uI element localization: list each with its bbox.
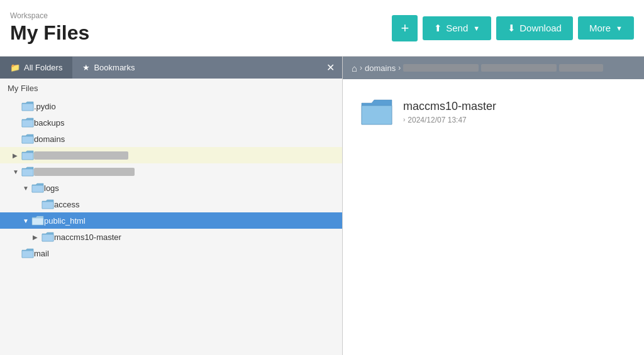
tree-item-public-html[interactable]: ▼ public_html	[0, 212, 342, 229]
send-button[interactable]: ⬆ Send ▼	[423, 16, 491, 40]
download-icon: ⬇	[508, 23, 516, 34]
folder-icon-maccms10	[42, 232, 54, 242]
sidebar-tabs: 📁 All Folders ★ Bookmarks ✕	[0, 57, 342, 79]
send-label: Send	[446, 23, 468, 33]
tree-item-domains-label: domains	[34, 134, 65, 144]
tree-item-domain-sub2[interactable]: ▼	[0, 163, 342, 180]
tree-item-logs-label: logs	[44, 183, 59, 193]
add-button[interactable]: +	[392, 15, 418, 41]
toggle-placeholder	[33, 201, 42, 208]
toggle-collapsed-maccms: ▶	[33, 234, 42, 241]
tab-all-folders-label: All Folders	[24, 63, 62, 72]
tree-item-backups-label: backups	[34, 118, 64, 128]
tree-item-public-html-label: public_html	[44, 216, 86, 226]
tab-bookmarks-label: Bookmarks	[94, 63, 135, 72]
tab-bookmarks[interactable]: ★ Bookmarks	[72, 57, 145, 79]
file-info-maccms10: maccms10-master › 2024/12/07 13:47	[403, 100, 496, 124]
breadcrumb-blurred-3[interactable]	[559, 64, 603, 72]
header: Workspace My Files + ⬆ Send ▼ ⬇ Download…	[0, 0, 644, 57]
tree-item-domain-sub1-label	[34, 151, 128, 160]
download-label: Download	[519, 23, 562, 33]
header-left: Workspace My Files	[10, 11, 89, 45]
folder-icon-domain-sub1	[21, 150, 34, 160]
toggle-expanded-public-html: ▼	[23, 217, 31, 224]
tree-item-maccms10[interactable]: ▶ maccms10-master	[0, 229, 342, 245]
more-label: More	[589, 23, 611, 33]
breadcrumb-bar: ⌂ › domains ›	[343, 57, 644, 79]
folder-icon-public-html	[31, 216, 44, 226]
breadcrumb-sep-2: ›	[398, 63, 401, 72]
tree-item-mail[interactable]: mail	[0, 245, 342, 261]
folder-icon-logs	[31, 183, 44, 193]
tree-item-access-label: access	[54, 200, 79, 209]
sidebar-root-label: My Files	[0, 79, 342, 98]
sidebar: 📁 All Folders ★ Bookmarks ✕ My Files	[0, 57, 343, 355]
page-title: My Files	[10, 21, 89, 45]
upload-icon: ⬆	[434, 23, 442, 34]
breadcrumb-sep-1: ›	[360, 63, 362, 72]
breadcrumb-domains[interactable]: domains	[365, 63, 396, 73]
main-area: 📁 All Folders ★ Bookmarks ✕ My Files	[0, 57, 644, 355]
right-content: maccms10-master › 2024/12/07 13:47	[343, 79, 644, 355]
file-name-maccms10: maccms10-master	[403, 100, 496, 113]
toggle-placeholder	[13, 250, 21, 257]
expand-icon: ›	[403, 116, 405, 123]
tree-item-domain-sub1[interactable]: ▶	[0, 147, 342, 163]
large-folder-icon	[360, 98, 393, 126]
bookmark-icon: ★	[82, 63, 90, 72]
folder-icon-access	[42, 199, 54, 209]
tree-item-mail-label: mail	[34, 249, 49, 258]
download-button[interactable]: ⬇ Download	[496, 16, 573, 40]
file-date: 2024/12/07 13:47	[408, 116, 466, 124]
workspace-label: Workspace	[10, 11, 89, 20]
folder-icon-domain-sub2	[21, 167, 34, 177]
folder-icon-backups	[21, 117, 34, 128]
tree-item-domain-sub2-label	[34, 168, 135, 176]
tree-item-access[interactable]: access	[0, 196, 342, 212]
file-item-maccms10[interactable]: maccms10-master › 2024/12/07 13:47	[355, 92, 631, 132]
header-right: + ⬆ Send ▼ ⬇ Download More ▼	[392, 15, 634, 41]
tree-item-pydio[interactable]: .pydio	[0, 98, 342, 114]
right-panel: ⌂ › domains › maccms10-master	[343, 57, 644, 355]
toggle-expanded-arrow: ▼	[13, 168, 21, 175]
breadcrumb-blurred-1[interactable]	[403, 64, 479, 72]
tab-all-folders[interactable]: 📁 All Folders	[0, 57, 72, 79]
sidebar-tree: My Files .pydio	[0, 79, 342, 355]
more-dropdown-arrow: ▼	[616, 25, 623, 32]
tree-item-backups[interactable]: backups	[0, 114, 342, 131]
breadcrumb-home-icon[interactable]: ⌂	[352, 63, 357, 74]
more-button[interactable]: More ▼	[578, 16, 634, 40]
folder-icon-mail	[21, 248, 34, 258]
folder-tab-icon: 📁	[10, 63, 20, 72]
folder-icon-pydio	[21, 101, 34, 111]
toggle-expanded-logs: ▼	[23, 185, 31, 192]
toggle-placeholder	[13, 136, 21, 143]
breadcrumb-blurred-2[interactable]	[481, 64, 557, 72]
tree-item-domains[interactable]: domains	[0, 131, 342, 147]
toggle-placeholder	[13, 119, 21, 126]
send-dropdown-arrow: ▼	[473, 25, 480, 32]
toggle-collapsed-arrow: ▶	[13, 152, 21, 159]
toggle-placeholder	[13, 103, 21, 110]
tree-item-maccms10-label: maccms10-master	[54, 232, 121, 242]
tree-item-pydio-label: .pydio	[34, 102, 56, 111]
sidebar-close-button[interactable]: ✕	[319, 57, 342, 79]
tree-item-logs[interactable]: ▼ logs	[0, 180, 342, 196]
file-meta-maccms10: › 2024/12/07 13:47	[403, 116, 496, 124]
folder-icon-domains	[21, 134, 34, 144]
